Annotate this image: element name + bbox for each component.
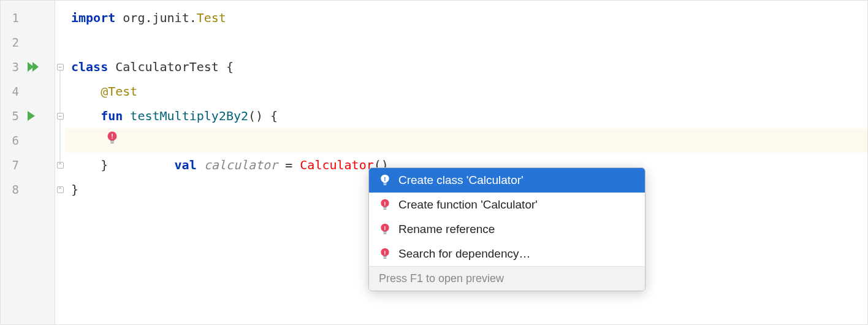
gutter-slot <box>25 6 55 30</box>
quickfix-label: Create class 'Calculator' <box>398 174 523 187</box>
code-line-active[interactable]: ! val calculator = Calculator() <box>65 128 867 153</box>
brace: { <box>219 59 234 74</box>
line-numbers-column: 1 2 3 4 5 6 7 8 <box>1 1 25 324</box>
error-bulb-icon: ! <box>379 223 391 235</box>
run-icon <box>28 111 35 121</box>
line-number: 6 <box>1 128 19 153</box>
package-path: org.junit. <box>123 10 196 25</box>
fold-slot <box>55 79 65 104</box>
function-name: testMultiply2By2 <box>130 109 248 123</box>
svg-text:!: ! <box>384 249 386 256</box>
fold-slot <box>55 30 65 55</box>
svg-rect-18 <box>383 256 386 258</box>
svg-rect-2 <box>110 140 114 142</box>
code-line-empty[interactable] <box>65 30 867 55</box>
brace: } <box>101 158 108 172</box>
svg-text:!: ! <box>384 200 386 207</box>
svg-rect-3 <box>111 142 114 143</box>
line-number: 2 <box>1 30 19 55</box>
quickfix-label: Search for dependency… <box>398 247 530 261</box>
quickfix-create-class[interactable]: ! Create class 'Calculator' <box>369 168 645 193</box>
run-all-tests-button[interactable] <box>25 55 55 79</box>
quickfix-create-function[interactable]: ! Create function 'Calculator' <box>369 193 645 217</box>
fold-minus-icon: − <box>57 64 64 71</box>
svg-rect-6 <box>383 183 386 184</box>
gutter-slot <box>25 177 55 202</box>
keyword: class <box>71 59 108 74</box>
brace: } <box>71 182 78 197</box>
svg-rect-7 <box>384 184 386 185</box>
gutter: 1 2 3 4 5 6 7 8 <box>1 1 55 324</box>
svg-rect-15 <box>384 233 386 234</box>
line-number: 4 <box>1 79 19 104</box>
svg-rect-10 <box>383 207 386 208</box>
error-bulb-icon: ! <box>379 248 391 260</box>
line-number: 1 <box>1 6 19 30</box>
svg-rect-14 <box>383 232 386 233</box>
quickfix-search-dependency[interactable]: ! Search for dependency… <box>369 242 645 266</box>
code-line[interactable]: import org.junit.Test <box>65 6 867 30</box>
annotation: @Test <box>101 84 137 99</box>
fold-slot <box>55 6 65 30</box>
keyword: import <box>71 10 115 25</box>
error-bulb-icon: ! <box>107 131 118 145</box>
quickfix-rename-reference[interactable]: ! Rename reference <box>369 217 645 242</box>
line-number: 8 <box>1 177 19 202</box>
line-number: 3 <box>1 55 19 79</box>
error-bulb-icon: ! <box>379 174 391 186</box>
svg-rect-11 <box>384 208 386 210</box>
line-number: 5 <box>1 104 19 128</box>
error-bulb-icon: ! <box>379 199 391 211</box>
fold-end-class[interactable]: ⌃ <box>55 177 65 202</box>
fold-toggle-class[interactable]: − <box>55 55 65 79</box>
quickfix-footer-hint: Press F1 to open preview <box>369 266 645 291</box>
svg-rect-19 <box>384 258 386 259</box>
code-line[interactable]: class CalculatorTest { <box>65 55 867 79</box>
footer-text: Press F1 to open preview <box>379 272 504 285</box>
svg-text:!: ! <box>384 175 386 182</box>
parens: () { <box>248 109 278 123</box>
line-number: 7 <box>1 153 19 177</box>
class-ref: Test <box>197 10 226 25</box>
svg-text:!: ! <box>110 132 115 140</box>
fold-end-icon: ⌃ <box>57 186 64 193</box>
quickfix-label: Create function 'Calculator' <box>398 198 538 212</box>
quickfix-label: Rename reference <box>398 223 495 236</box>
gutter-slot <box>25 30 55 55</box>
code-line[interactable]: @Test <box>65 79 867 104</box>
quickfix-popup: ! Create class 'Calculator' ! Create fun… <box>368 167 645 291</box>
gutter-slot <box>25 79 55 104</box>
code-line[interactable]: fun testMultiply2By2() { <box>65 104 867 128</box>
class-name: CalculatorTest <box>115 59 219 74</box>
svg-text:!: ! <box>384 224 386 231</box>
